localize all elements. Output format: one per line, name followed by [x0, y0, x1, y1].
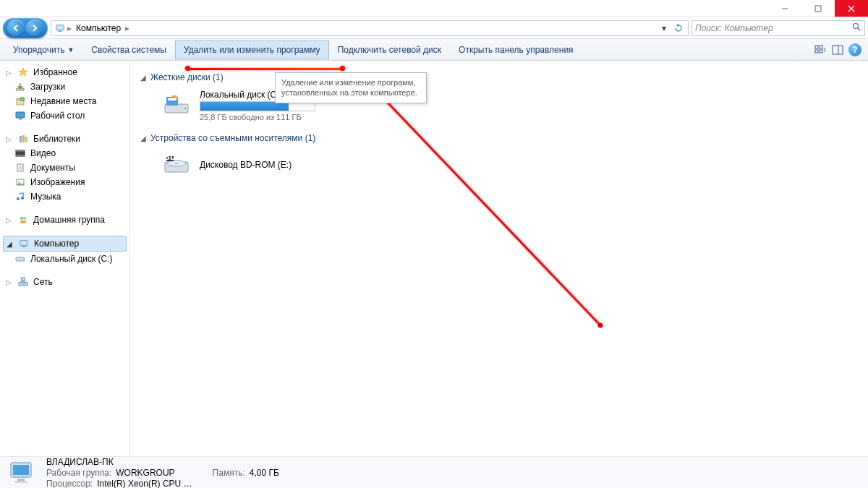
- collapse-icon[interactable]: ◢: [140, 134, 146, 142]
- title-bar: [0, 0, 868, 17]
- expand-icon[interactable]: ▷: [6, 216, 13, 224]
- svg-line-7: [858, 28, 860, 30]
- svg-rect-8: [815, 46, 818, 48]
- svg-rect-24: [16, 150, 25, 152]
- sidebar-pictures[interactable]: Изображения: [0, 175, 129, 189]
- hdd-icon: [162, 91, 191, 120]
- svg-rect-22: [25, 137, 27, 142]
- status-cpu: Intel(R) Xeon(R) CPU …: [97, 479, 192, 489]
- svg-rect-57: [13, 465, 29, 475]
- star-icon: [17, 67, 29, 78]
- sidebar-computer[interactable]: ◢Компьютер: [3, 236, 127, 252]
- recent-icon: [14, 95, 26, 107]
- map-network-drive-button[interactable]: Подключить сетевой диск: [329, 40, 450, 59]
- status-cpu-label: Процессор:: [46, 479, 93, 489]
- group-header-hdd[interactable]: ◢Жесткие диски (1): [140, 72, 858, 82]
- address-bar[interactable]: ▸ Компьютер ▸ ▾: [51, 20, 689, 36]
- expand-icon[interactable]: ▷: [6, 69, 13, 77]
- help-button[interactable]: ?: [846, 41, 864, 59]
- drive-bdrom[interactable]: BD Дисковод BD-ROM (E:): [162, 150, 858, 179]
- sidebar-desktop[interactable]: Рабочий стол: [0, 108, 129, 123]
- view-options-button[interactable]: [812, 41, 829, 59]
- svg-text:BD: BD: [163, 152, 176, 162]
- svg-point-45: [184, 108, 186, 109]
- maximize-button[interactable]: [801, 0, 835, 17]
- documents-icon: [14, 162, 26, 174]
- svg-point-34: [20, 217, 23, 220]
- pictures-icon: [14, 176, 26, 188]
- sidebar-network[interactable]: ▷Сеть: [0, 275, 129, 289]
- uninstall-program-button[interactable]: Удалить или изменить программу: [175, 40, 329, 59]
- bdrom-icon: BD: [162, 150, 191, 179]
- search-placeholder: Поиск: Компьютер: [695, 23, 773, 33]
- group-header-removable[interactable]: ◢Устройства со съемными носителями (1): [140, 133, 858, 143]
- svg-point-6: [854, 23, 859, 28]
- close-button[interactable]: [835, 0, 868, 17]
- svg-point-32: [17, 197, 20, 200]
- expand-icon[interactable]: ◢: [7, 240, 14, 248]
- svg-rect-59: [14, 481, 27, 483]
- sidebar-documents[interactable]: Документы: [0, 160, 129, 175]
- back-button[interactable]: [7, 20, 25, 37]
- expand-icon[interactable]: ▷: [6, 135, 13, 143]
- svg-rect-19: [19, 119, 22, 120]
- downloads-icon: [14, 81, 26, 93]
- svg-rect-10: [815, 50, 818, 53]
- status-memory: 4,00 ГБ: [250, 468, 279, 478]
- svg-point-40: [22, 259, 24, 260]
- tooltip: Удаление или изменение программ, установ…: [275, 72, 427, 103]
- network-icon: [17, 276, 29, 288]
- svg-rect-11: [820, 50, 822, 53]
- sidebar-libraries[interactable]: ▷Библиотеки: [0, 132, 129, 146]
- minimize-button[interactable]: [768, 0, 801, 17]
- svg-rect-9: [820, 46, 822, 48]
- status-pc-name: ВЛАДИСЛАВ-ПК: [46, 457, 279, 467]
- svg-rect-47: [168, 98, 176, 100]
- expand-icon[interactable]: ▷: [6, 278, 13, 286]
- annotation-highlight-bar: [187, 68, 342, 70]
- sidebar-local-disk[interactable]: Локальный диск (C:): [0, 252, 129, 266]
- drive-local-c[interactable]: Локальный диск (C:) 25,8 ГБ свободно из …: [162, 90, 858, 121]
- drive-free-text: 25,8 ГБ свободно из 111 ГБ: [200, 113, 315, 121]
- computer-icon: [54, 22, 66, 34]
- navigation-pane: ▷Избранное Загрузки Недавние места Рабоч…: [0, 61, 130, 456]
- svg-rect-36: [20, 221, 26, 223]
- sidebar-recent[interactable]: Недавние места: [0, 94, 129, 108]
- search-input[interactable]: Поиск: Компьютер: [692, 20, 865, 36]
- svg-rect-18: [16, 112, 25, 118]
- sidebar-videos[interactable]: Видео: [0, 146, 129, 160]
- sidebar-homegroup[interactable]: ▷Домашняя группа: [0, 213, 129, 227]
- preview-pane-button[interactable]: [829, 41, 846, 59]
- svg-rect-42: [24, 283, 27, 286]
- svg-point-33: [21, 197, 24, 200]
- address-dropdown-button[interactable]: ▾: [658, 22, 671, 35]
- details-pane: ВЛАДИСЛАВ-ПК Рабочая группа: WORKGROUP П…: [0, 456, 868, 488]
- svg-rect-5: [58, 30, 61, 31]
- breadcrumb-computer[interactable]: Компьютер: [73, 23, 124, 33]
- sidebar-downloads[interactable]: Загрузки: [0, 80, 129, 94]
- svg-point-17: [21, 98, 25, 101]
- computer-icon: [18, 238, 30, 249]
- chevron-right-icon[interactable]: ▸: [124, 23, 131, 33]
- sidebar-music[interactable]: Музыка: [0, 189, 129, 204]
- desktop-icon: [14, 110, 26, 121]
- video-icon: [14, 147, 26, 159]
- svg-rect-43: [22, 278, 25, 281]
- chevron-right-icon[interactable]: ▸: [66, 23, 73, 33]
- status-memory-label: Память:: [213, 468, 245, 478]
- open-control-panel-button[interactable]: Открыть панель управления: [450, 40, 582, 59]
- forward-button[interactable]: [26, 20, 43, 37]
- svg-point-31: [18, 181, 20, 182]
- system-properties-button[interactable]: Свойства системы: [82, 40, 175, 59]
- organize-menu[interactable]: Упорядочить▼: [4, 40, 82, 59]
- svg-point-35: [23, 217, 26, 220]
- svg-rect-41: [19, 283, 22, 286]
- svg-rect-20: [20, 136, 22, 142]
- svg-rect-12: [833, 46, 843, 54]
- annotation-dot: [185, 66, 190, 71]
- computer-large-icon: [7, 460, 38, 486]
- refresh-button[interactable]: [672, 22, 685, 35]
- content-pane: ◢Жесткие диски (1) Локальный диск (C:) 2…: [130, 61, 868, 456]
- collapse-icon[interactable]: ◢: [140, 74, 146, 82]
- sidebar-favorites[interactable]: ▷Избранное: [0, 65, 129, 80]
